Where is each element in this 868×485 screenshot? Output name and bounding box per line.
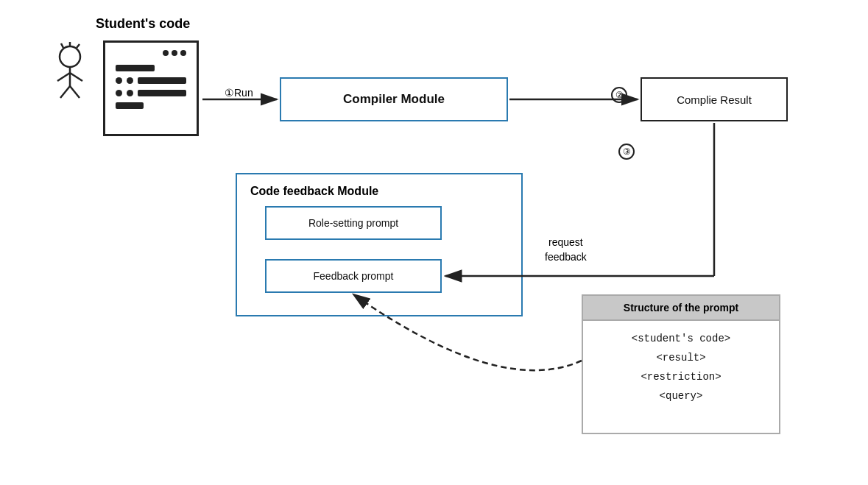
structure-content: <student's code> <result> <restriction> …	[583, 321, 779, 421]
compile-result-label: Complie Result	[677, 93, 752, 106]
svg-line-5	[57, 73, 70, 81]
svg-line-7	[60, 86, 70, 98]
label-request-line2: feedback	[545, 251, 587, 263]
dot2	[172, 50, 177, 56]
circle-num-3: ③	[618, 144, 635, 160]
code-line-4	[116, 102, 144, 109]
role-setting-box: Role-setting prompt	[265, 206, 442, 240]
dot1	[163, 50, 169, 56]
svg-point-0	[60, 46, 80, 67]
svg-line-6	[70, 73, 82, 81]
label-run: ①Run	[225, 87, 253, 99]
structure-item-1: <student's code>	[583, 333, 779, 344]
compiler-module-label: Compiler Module	[343, 92, 445, 107]
svg-line-1	[61, 43, 63, 48]
structure-header: Structure of the prompt	[583, 296, 779, 321]
students-code-label: Student's code	[96, 16, 190, 32]
computer-dots	[163, 50, 186, 56]
label-request-line1: request	[548, 236, 583, 248]
computer-box	[103, 40, 199, 136]
structure-box: Structure of the prompt <student's code>…	[582, 294, 780, 434]
label-request: request feedback	[545, 236, 587, 264]
structure-item-3: <restriction>	[583, 371, 779, 383]
svg-line-8	[70, 86, 80, 98]
svg-line-3	[77, 44, 80, 48]
code-line-1	[116, 65, 155, 71]
feedback-prompt-box: Feedback prompt	[265, 259, 442, 293]
role-setting-label: Role-setting prompt	[308, 217, 398, 229]
structure-item-4: <query>	[583, 390, 779, 402]
circle-num-2-text: ②	[615, 90, 624, 100]
feedback-module-title: Code feedback Module	[250, 185, 378, 198]
feedback-module-outer: Code feedback Module	[236, 173, 523, 316]
code-lines	[116, 65, 186, 115]
student-icon	[44, 40, 96, 99]
circle-num-2: ②	[611, 87, 627, 103]
compile-result-box: Complie Result	[641, 77, 788, 121]
circle-num-3-text: ③	[623, 146, 631, 157]
diagram-container: Student's code	[0, 0, 868, 485]
feedback-prompt-label: Feedback prompt	[314, 270, 394, 282]
structure-item-2: <result>	[583, 352, 779, 364]
compiler-module-box: Compiler Module	[280, 77, 508, 121]
dot3	[180, 50, 186, 56]
